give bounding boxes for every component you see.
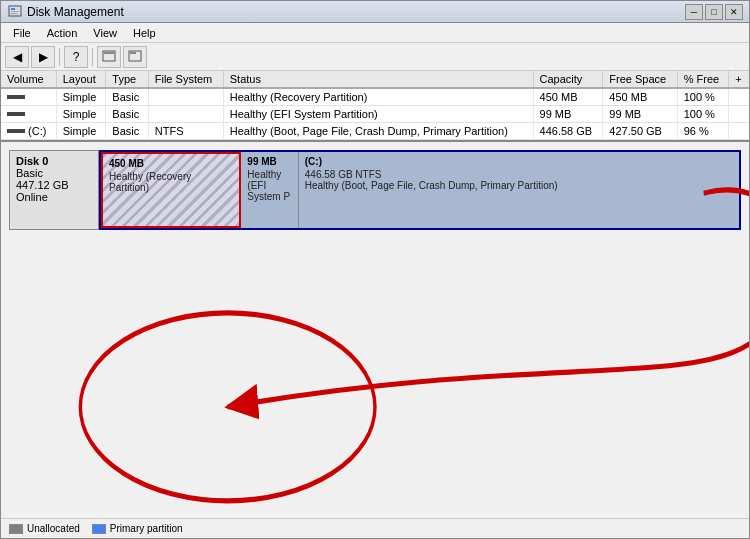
app-icon: [7, 4, 23, 20]
minimize-button[interactable]: ─: [685, 4, 703, 20]
cell-filesystem: [148, 106, 223, 123]
menu-action[interactable]: Action: [39, 25, 86, 41]
partition-recovery[interactable]: 450 MB Healthy (Recovery Partition): [101, 152, 241, 228]
disk-size: 447.12 GB: [16, 179, 92, 191]
legend-unallocated: Unallocated: [9, 523, 80, 534]
cell-filesystem: [148, 88, 223, 106]
partition-main[interactable]: (C:) 446.58 GB NTFS Healthy (Boot, Page …: [299, 152, 739, 228]
svg-point-12: [80, 313, 375, 501]
partition-recovery-label: Healthy (Recovery Partition): [109, 171, 233, 193]
legend-primary: Primary partition: [92, 523, 183, 534]
disk-type: Basic: [16, 167, 92, 179]
legend-unallocated-box: [9, 524, 23, 534]
cell-volume: (C:): [1, 123, 56, 140]
toolbar: ◀ ▶ ?: [1, 43, 749, 71]
col-extra[interactable]: +: [729, 71, 749, 88]
partition-efi-size: 99 MB: [247, 156, 291, 167]
title-bar: Disk Management ─ □ ✕: [1, 1, 749, 23]
cell-capacity: 99 MB: [533, 106, 603, 123]
toolbar-btn-1[interactable]: [97, 46, 121, 68]
cell-type: Basic: [106, 123, 148, 140]
cell-freespace: 427.50 GB: [603, 123, 677, 140]
col-type[interactable]: Type: [106, 71, 148, 88]
col-volume[interactable]: Volume: [1, 71, 56, 88]
col-layout[interactable]: Layout: [56, 71, 106, 88]
cell-pctfree: 100 %: [677, 88, 729, 106]
help-button[interactable]: ?: [64, 46, 88, 68]
svg-rect-10: [7, 129, 25, 133]
toolbar-btn-2[interactable]: [123, 46, 147, 68]
disk-map-area: Disk 0 Basic 447.12 GB Online 450 MB Hea…: [1, 142, 749, 518]
table-row[interactable]: (C:) Simple Basic NTFS Healthy (Boot, Pa…: [1, 123, 749, 140]
cell-layout: Simple: [56, 88, 106, 106]
cell-volume: [1, 88, 56, 106]
window-controls: ─ □ ✕: [685, 4, 743, 20]
back-button[interactable]: ◀: [5, 46, 29, 68]
col-status[interactable]: Status: [223, 71, 533, 88]
disk-name: Disk 0: [16, 155, 92, 167]
col-freespace[interactable]: Free Space: [603, 71, 677, 88]
cell-type: Basic: [106, 106, 148, 123]
cell-status: Healthy (Recovery Partition): [223, 88, 533, 106]
partition-main-drive: (C:): [305, 156, 733, 167]
cell-capacity: 450 MB: [533, 88, 603, 106]
cell-volume: [1, 106, 56, 123]
cell-extra: [729, 123, 749, 140]
menu-file[interactable]: File: [5, 25, 39, 41]
toolbar-separator-2: [92, 48, 93, 66]
svg-rect-3: [11, 13, 17, 14]
window-title: Disk Management: [27, 5, 685, 19]
table-row[interactable]: Simple Basic Healthy (Recovery Partition…: [1, 88, 749, 106]
legend-unallocated-label: Unallocated: [27, 523, 80, 534]
forward-button[interactable]: ▶: [31, 46, 55, 68]
cell-layout: Simple: [56, 106, 106, 123]
partition-main-fs: 446.58 GB NTFS: [305, 169, 733, 180]
cell-status: Healthy (Boot, Page File, Crash Dump, Pr…: [223, 123, 533, 140]
svg-rect-9: [7, 112, 25, 116]
col-capacity[interactable]: Capacity: [533, 71, 603, 88]
disk-partitions: 450 MB Healthy (Recovery Partition) 99 M…: [99, 150, 741, 230]
table-row[interactable]: Simple Basic Healthy (EFI System Partiti…: [1, 106, 749, 123]
menu-help[interactable]: Help: [125, 25, 164, 41]
legend: Unallocated Primary partition: [1, 518, 749, 538]
col-pctfree[interactable]: % Free: [677, 71, 729, 88]
disk-status: Online: [16, 191, 92, 203]
cell-freespace: 450 MB: [603, 88, 677, 106]
volume-table: Volume Layout Type File System Status Ca…: [1, 71, 749, 140]
cell-layout: Simple: [56, 123, 106, 140]
partition-recovery-size: 450 MB: [109, 158, 233, 169]
cell-type: Basic: [106, 88, 148, 106]
cell-pctfree: 100 %: [677, 106, 729, 123]
volume-table-area: Volume Layout Type File System Status Ca…: [1, 71, 749, 142]
menu-bar: File Action View Help: [1, 23, 749, 43]
legend-primary-box: [92, 524, 106, 534]
cell-status: Healthy (EFI System Partition): [223, 106, 533, 123]
svg-rect-8: [7, 95, 25, 99]
svg-rect-7: [130, 52, 136, 54]
close-button[interactable]: ✕: [725, 4, 743, 20]
cell-filesystem: NTFS: [148, 123, 223, 140]
cell-pctfree: 96 %: [677, 123, 729, 140]
partition-main-label: Healthy (Boot, Page File, Crash Dump, Pr…: [305, 180, 733, 191]
svg-rect-1: [11, 8, 15, 10]
legend-primary-label: Primary partition: [110, 523, 183, 534]
cell-extra: [729, 106, 749, 123]
svg-rect-2: [11, 11, 19, 12]
disk-label: Disk 0 Basic 447.12 GB Online: [9, 150, 99, 230]
maximize-button[interactable]: □: [705, 4, 723, 20]
col-filesystem[interactable]: File System: [148, 71, 223, 88]
partition-efi[interactable]: 99 MB Healthy (EFI System P: [241, 152, 298, 228]
cell-capacity: 446.58 GB: [533, 123, 603, 140]
main-window: Disk Management ─ □ ✕ File Action View H…: [0, 0, 750, 539]
svg-rect-5: [104, 52, 114, 54]
partition-efi-label: Healthy (EFI System P: [247, 169, 291, 202]
cell-freespace: 99 MB: [603, 106, 677, 123]
cell-extra: [729, 88, 749, 106]
disk-row: Disk 0 Basic 447.12 GB Online 450 MB Hea…: [9, 150, 741, 230]
toolbar-separator: [59, 48, 60, 66]
menu-view[interactable]: View: [85, 25, 125, 41]
